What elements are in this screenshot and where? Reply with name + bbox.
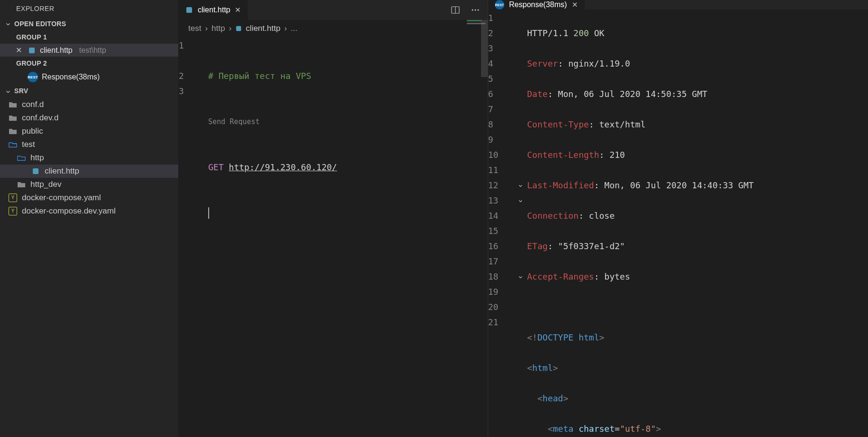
explorer-sidebar: EXPLORER OPEN EDITORS GROUP 1 ✕ client.h… [0, 0, 179, 437]
editor-pane-right: REST Response(38ms) ✕ 1 2 3 4 5 6 7 8 9 [488, 0, 868, 437]
folder-open-icon [17, 154, 26, 162]
folder-icon [9, 100, 17, 109]
http-file-icon [31, 167, 40, 175]
close-icon[interactable]: ✕ [572, 0, 578, 9]
tree-folder-public[interactable]: public [0, 125, 178, 138]
fold-chevron-icon[interactable] [518, 269, 523, 284]
code-editor-right[interactable]: 1 2 3 4 5 6 7 8 9 10 11 12 13 14 15 16 1 [488, 10, 868, 437]
rest-icon: REST [28, 72, 38, 82]
tab-response[interactable]: REST Response(38ms) ✕ [488, 0, 585, 10]
tab-client-http[interactable]: client.http ✕ [179, 0, 248, 20]
rest-icon: REST [495, 0, 504, 10]
tab-bar-right: REST Response(38ms) ✕ [488, 0, 868, 10]
open-editors-label: OPEN EDITORS [14, 20, 66, 28]
http-file-icon [28, 46, 36, 55]
yaml-file-icon: Y [9, 194, 17, 202]
svg-point-6 [474, 10, 476, 11]
response-body: HTTP/1.1 200 OK Server: nginx/1.19.0 Dat… [527, 10, 868, 437]
tree-folder-confdevd[interactable]: conf.dev.d [0, 111, 178, 125]
breadcrumb-overflow[interactable]: ... [291, 24, 298, 33]
editor-group-2-label: GROUP 2 [0, 57, 178, 70]
chevron-right-icon: › [229, 24, 231, 33]
breadcrumb-segment[interactable]: test [188, 24, 201, 33]
svg-rect-8 [236, 26, 241, 31]
chevron-down-icon [4, 20, 12, 28]
http-file-icon [235, 25, 242, 32]
http-method: GET [208, 160, 224, 175]
srv-label: SRV [14, 87, 28, 95]
folder-icon [9, 114, 17, 122]
svg-rect-1 [33, 168, 39, 174]
tree-folder-test[interactable]: test [0, 138, 178, 151]
open-editor-response-label: Response(38ms) [42, 73, 100, 81]
tree-file-docker-compose[interactable]: Y docker-compose.yaml [0, 191, 178, 204]
scrollbar[interactable] [481, 20, 488, 77]
close-icon[interactable]: ✕ [13, 46, 24, 55]
tab-label: Response(38ms) [509, 0, 567, 9]
fold-chevron-icon[interactable] [518, 193, 523, 208]
tab-bar-left: client.http ✕ [179, 0, 488, 20]
yaml-file-icon: Y [9, 207, 17, 215]
svg-rect-0 [29, 48, 35, 53]
svg-point-5 [472, 10, 473, 11]
explorer-title: EXPLORER [0, 0, 178, 15]
close-icon[interactable]: ✕ [235, 6, 241, 14]
editor-group-1-label: GROUP 1 [0, 30, 178, 44]
open-editors-header[interactable]: OPEN EDITORS [0, 17, 178, 30]
editor-pane-left: client.http ✕ test › http › client.http … [179, 0, 488, 437]
chevron-down-icon [4, 87, 12, 95]
line-number-gutter: 1 2 3 4 5 6 7 8 9 10 11 12 13 14 15 16 1 [488, 10, 518, 437]
open-editor-filename: client.http [40, 46, 72, 55]
open-editor-filepath: test\http [79, 46, 106, 55]
codelens-send-request[interactable]: Send Request [208, 114, 488, 129]
tree-folder-http[interactable]: http [0, 151, 178, 165]
folder-icon [17, 180, 26, 189]
svg-rect-2 [186, 7, 192, 13]
more-actions-icon[interactable] [471, 5, 480, 15]
breadcrumb-segment[interactable]: client.http [246, 24, 280, 33]
code-comment: # Первый тест на VPS [208, 68, 311, 84]
tree-file-docker-compose-dev[interactable]: Y docker-compose.dev.yaml [0, 204, 178, 218]
open-editor-response[interactable]: REST Response(38ms) [0, 70, 178, 84]
svg-point-7 [477, 10, 479, 11]
http-file-icon [185, 6, 193, 14]
breadcrumb[interactable]: test › http › client.http › ... [179, 20, 488, 37]
folder-icon [9, 127, 17, 136]
tree-folder-confd[interactable]: conf.d [0, 98, 178, 111]
chevron-right-icon: › [205, 24, 208, 33]
text-cursor [208, 207, 209, 219]
close-icon-placeholder [13, 73, 24, 81]
fold-chevron-icon[interactable] [518, 178, 523, 193]
breadcrumb-segment[interactable]: http [212, 24, 225, 33]
open-editor-client-http[interactable]: ✕ client.http test\http [0, 44, 178, 57]
tree-file-client-http[interactable]: client.http [0, 165, 178, 178]
fold-gutter [518, 10, 527, 437]
chevron-right-icon: › [284, 24, 287, 33]
tab-label: client.http [198, 6, 230, 14]
line-number-gutter: 1 2 3 [179, 37, 208, 437]
code-editor-left[interactable]: 1 2 3 # Первый тест на VPS Send Request … [179, 37, 488, 437]
tree-folder-httpdev[interactable]: http_dev [0, 178, 178, 191]
folder-open-icon [9, 140, 17, 149]
split-editor-icon[interactable] [451, 5, 460, 15]
http-url: http://91.230.60.120/ [229, 160, 337, 175]
srv-header[interactable]: SRV [0, 84, 178, 97]
